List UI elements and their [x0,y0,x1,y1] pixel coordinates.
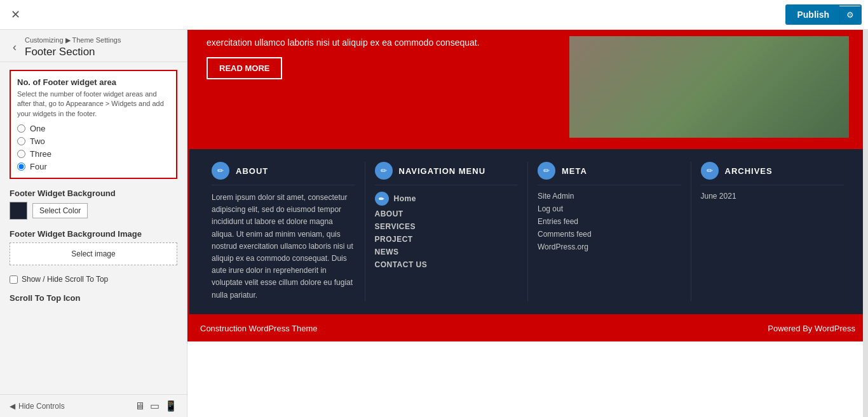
breadcrumb: Customizing ▶ Theme Settings [25,36,177,44]
radio-input-one[interactable] [17,124,25,133]
footer-col-meta-header: ✏ META [538,162,681,185]
widget-area-description: Select the number of footer widget areas… [17,89,170,119]
footer-col-about: ✏ ABOUT Lorem ipsum dolor sit amet, cons… [202,162,365,301]
radio-two[interactable]: Two [17,136,170,146]
footer-bottom-right: Powered By WordPress [768,324,855,333]
footer-col-nav: ✏ NAVIGATION MENU ✏ Home ABOUT SERVICES … [365,162,529,301]
footer-widget-background-label: Footer Widget Background [10,189,177,198]
meta-comments-feed[interactable]: Comments feed [538,230,681,239]
tablet-icon[interactable]: ▭ [150,400,159,412]
nav-item-services[interactable]: SERVICES [375,222,519,231]
radio-label-three: Three [30,149,51,159]
preview-scrollbar[interactable] [863,30,868,417]
sidebar-header: ‹ Customizing ▶ Theme Settings Footer Se… [0,30,187,62]
widget-area-title: No. of Footer widget area [17,77,170,87]
meta-site-admin[interactable]: Site Admin [538,192,681,201]
radio-label-one: One [30,124,46,133]
hide-controls-label: Hide Controls [18,402,65,411]
home-edit-icon[interactable]: ✏ [375,192,389,206]
gear-button[interactable]: ⚙ [839,6,860,23]
footer-columns: ✏ ABOUT Lorem ipsum dolor sit amet, cons… [202,162,853,301]
radio-group: One Two Three Four [17,124,170,171]
footer-col-meta: ✏ META Site Admin Log out Entries feed C… [528,162,691,301]
close-button[interactable]: ✕ [6,6,24,23]
radio-label-two: Two [30,136,45,146]
color-swatch[interactable] [10,202,27,220]
nav-item-about[interactable]: ABOUT [375,209,519,218]
meta-log-out[interactable]: Log out [538,204,681,213]
publish-group: Publish ⚙ [785,4,862,25]
red-banner-top: exercitation ullamco laboris nisi ut ali… [187,30,868,147]
top-bar: ✕ Publish ⚙ [0,0,868,30]
read-more-button[interactable]: READ MORE [207,57,282,79]
section-title: Footer Section [25,46,177,58]
footer-col-archives-header: ✏ ARCHIVES [701,162,844,185]
radio-four[interactable]: Four [17,162,170,171]
nav-item-home[interactable]: ✏ Home [375,192,519,206]
nav-edit-icon[interactable]: ✏ [375,162,393,180]
radio-three[interactable]: Three [17,149,170,159]
device-icons: 🖥 ▭ 📱 [135,400,177,412]
scroll-top-icon-label: Scroll To Top Icon [10,293,177,303]
sidebar-content: No. of Footer widget area Select the num… [0,62,187,394]
top-bar-left: ✕ [6,6,24,23]
meta-entries-feed[interactable]: Entries feed [538,217,681,226]
publish-button[interactable]: Publish [787,6,839,23]
red-banner-text: exercitation ullamco laboris nisi ut ali… [207,36,557,79]
footer-bottom-bar: Construction WordPress Theme Powered By … [187,316,868,341]
nav-title: NAVIGATION MENU [399,166,486,176]
about-title: ABOUT [236,166,268,176]
preview-area: exercitation ullamco laboris nisi ut ali… [187,30,868,417]
about-body: Lorem ipsum dolor sit amet, consectetur … [212,192,355,301]
color-picker-row: Select Color [10,202,177,220]
meta-title: META [562,166,587,176]
mobile-icon[interactable]: 📱 [165,400,177,412]
select-image-button[interactable]: Select image [10,242,177,265]
chevron-left-icon: ◀ [10,402,15,411]
back-button[interactable]: ‹ [10,41,20,54]
footer-widget-background-section: Footer Widget Background Select Color [10,189,177,220]
nav-item-project[interactable]: PROJECT [375,235,519,244]
red-banner-body: exercitation ullamco laboris nisi ut ali… [207,36,557,50]
select-color-button[interactable]: Select Color [32,203,88,218]
archives-june-2021[interactable]: June 2021 [701,192,844,201]
footer-widget-bg-image-label: Footer Widget Background Image [10,229,177,239]
meta-wordpress-org[interactable]: WordPress.org [538,242,681,251]
show-hide-scroll-top-label: Show / Hide Scroll To Top [22,275,108,284]
archives-title: ARCHIVES [725,166,773,176]
sidebar-bottom: ◀ Hide Controls 🖥 ▭ 📱 [0,394,187,417]
nav-item-home-label: Home [394,194,416,203]
footer-bottom-left: Construction WordPress Theme [200,324,317,333]
footer-col-nav-header: ✏ NAVIGATION MENU [375,162,519,185]
footer-dark: ✏ ABOUT Lorem ipsum dolor sit amet, cons… [187,147,868,316]
nav-item-news[interactable]: NEWS [375,248,519,256]
about-edit-icon[interactable]: ✏ [212,162,229,180]
radio-one[interactable]: One [17,124,170,133]
main-layout: ‹ Customizing ▶ Theme Settings Footer Se… [0,30,868,417]
red-banner-image [569,36,849,138]
meta-edit-icon[interactable]: ✏ [538,162,555,180]
radio-input-two[interactable] [17,137,25,145]
radio-label-four: Four [30,162,47,171]
hide-controls-button[interactable]: ◀ Hide Controls [10,402,65,411]
footer-col-about-header: ✏ ABOUT [212,162,355,185]
radio-input-three[interactable] [17,150,25,158]
radio-input-four[interactable] [17,162,25,171]
show-hide-scroll-top-checkbox[interactable] [10,275,18,284]
show-hide-scroll-top-row: Show / Hide Scroll To Top [10,275,177,284]
widget-area-box: No. of Footer widget area Select the num… [10,70,177,179]
breadcrumb-area: Customizing ▶ Theme Settings Footer Sect… [25,36,177,58]
sidebar: ‹ Customizing ▶ Theme Settings Footer Se… [0,30,187,417]
footer-widget-bg-image-section: Footer Widget Background Image Select im… [10,229,177,265]
archives-edit-icon[interactable]: ✏ [701,162,719,180]
footer-col-archives: ✏ ARCHIVES June 2021 [691,162,854,301]
desktop-icon[interactable]: 🖥 [135,400,145,412]
nav-item-contact[interactable]: CONTACT US [375,260,519,269]
